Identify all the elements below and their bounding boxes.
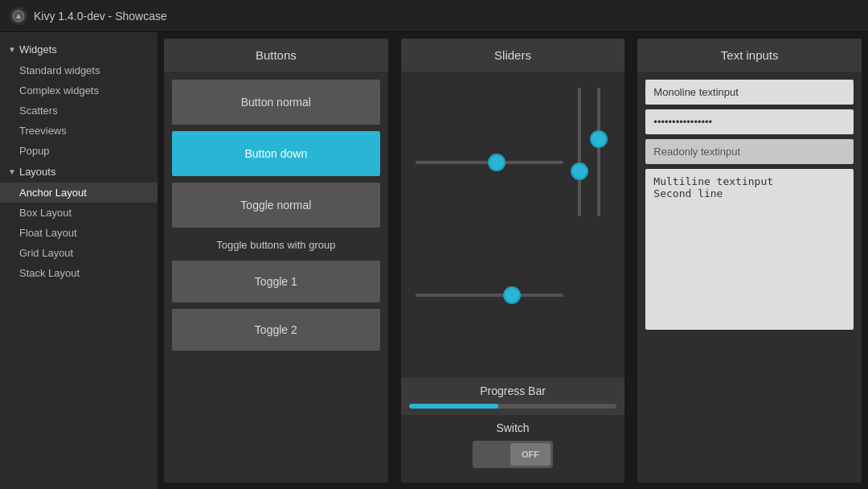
button-down[interactable]: Button down <box>172 131 380 176</box>
button-normal[interactable]: Button normal <box>172 80 380 125</box>
progress-bar-fill <box>409 404 498 409</box>
buttons-panel-body: Button normal Button down Toggle normal … <box>164 72 388 483</box>
app-title: Kivy 1.4.0-dev - Showcase <box>34 10 167 23</box>
v-slider-2-thumb[interactable] <box>590 130 608 148</box>
sliders-panel-body: Progress Bar Switch OFF <box>401 72 625 483</box>
layouts-chevron-icon: ▼ <box>8 167 16 176</box>
v-slider-1-container <box>578 88 581 216</box>
sidebar-item-stack-layout[interactable]: Stack Layout <box>0 263 158 283</box>
progress-bar-track <box>409 404 617 409</box>
horizontal-sliders-area <box>409 80 571 378</box>
sidebar-item-treeviews[interactable]: Treeviews <box>0 121 158 141</box>
sidebar: ▼ Widgets Standard widgets Complex widge… <box>0 32 158 489</box>
sidebar-item-box-layout[interactable]: Box Layout <box>0 203 158 223</box>
toggle-group-label: Toggle buttons with group <box>172 234 380 254</box>
progress-bar-label: Progress Bar <box>409 384 617 397</box>
text-inputs-panel-header: Text inputs <box>637 39 862 72</box>
progress-bar-section: Progress Bar <box>401 378 625 415</box>
layouts-section-label: Layouts <box>19 166 56 178</box>
v-slider-2-track[interactable] <box>597 88 600 216</box>
readonly-textinput <box>645 139 854 164</box>
titlebar: Kivy 1.4.0-dev - Showcase <box>0 0 868 32</box>
sliders-panel: Sliders <box>401 39 625 483</box>
h-slider-2-thumb[interactable] <box>503 286 521 304</box>
buttons-panel: Buttons Button normal Button down Toggle… <box>164 39 388 483</box>
sidebar-item-scatters[interactable]: Scatters <box>0 101 158 121</box>
h-slider-2-track[interactable] <box>416 294 564 297</box>
widgets-section-label: Widgets <box>19 43 57 55</box>
widgets-chevron-icon: ▼ <box>8 45 16 54</box>
sidebar-item-float-layout[interactable]: Float Layout <box>0 223 158 243</box>
sidebar-item-complex-widgets[interactable]: Complex widgets <box>0 80 158 101</box>
vertical-sliders-area <box>570 80 616 378</box>
password-textinput[interactable] <box>645 109 854 134</box>
toggle-2[interactable]: Toggle 2 <box>172 309 380 351</box>
v-slider-2-container <box>597 88 600 216</box>
monoline-textinput[interactable] <box>645 80 854 105</box>
sliders-panel-header: Sliders <box>401 39 625 72</box>
sidebar-item-standard-widgets[interactable]: Standard widgets <box>0 60 158 80</box>
switch-widget[interactable]: OFF <box>473 441 553 468</box>
widgets-section-header[interactable]: ▼ Widgets <box>0 39 158 60</box>
buttons-panel-header: Buttons <box>164 39 388 72</box>
main-container: ▼ Widgets Standard widgets Complex widge… <box>0 32 868 489</box>
toggle-1[interactable]: Toggle 1 <box>172 261 380 302</box>
content-area: Buttons Button normal Button down Toggle… <box>158 32 868 489</box>
sidebar-item-popup[interactable]: Popup <box>0 141 158 161</box>
switch-section: Switch OFF <box>409 415 617 475</box>
sidebar-item-anchor-layout[interactable]: Anchor Layout <box>0 183 158 203</box>
switch-label: Switch <box>417 421 609 434</box>
text-inputs-panel: Text inputs <box>637 39 862 483</box>
v-slider-1-track[interactable] <box>578 88 581 216</box>
switch-knob: OFF <box>510 443 551 466</box>
switch-container: OFF <box>417 441 609 468</box>
multiline-textinput[interactable] <box>645 169 854 330</box>
app-logo <box>10 7 27 25</box>
sidebar-item-grid-layout[interactable]: Grid Layout <box>0 243 158 263</box>
h-slider-1-thumb[interactable] <box>488 154 506 171</box>
h-slider-1-track[interactable] <box>416 161 564 164</box>
text-inputs-panel-body <box>637 72 862 483</box>
v-slider-1-thumb[interactable] <box>571 162 588 180</box>
layouts-section-header[interactable]: ▼ Layouts <box>0 161 158 183</box>
toggle-normal[interactable]: Toggle normal <box>172 183 380 228</box>
